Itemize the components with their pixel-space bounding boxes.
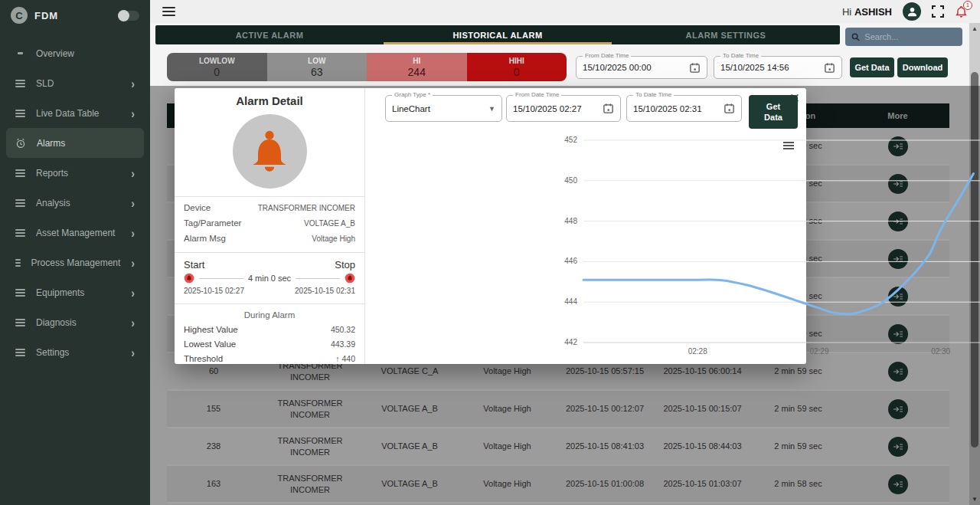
detail-row: Alarm MsgVoltage High bbox=[184, 234, 355, 243]
theme-toggle[interactable] bbox=[118, 11, 139, 21]
during-alarm-title: During Alarm bbox=[184, 310, 355, 320]
chevron-right-icon: › bbox=[131, 76, 135, 90]
avatar[interactable] bbox=[903, 2, 921, 21]
menu-lines-icon bbox=[15, 110, 25, 117]
svg-text:02:29: 02:29 bbox=[809, 347, 828, 356]
menu-lines-icon bbox=[15, 80, 25, 87]
toggle-knob bbox=[118, 10, 129, 21]
to-datetime-label: To Date Time bbox=[720, 52, 761, 59]
graph-type-value: LineChart bbox=[392, 104, 485, 113]
sidebar-header: C FDM bbox=[0, 0, 150, 31]
during-label: Highest Value bbox=[184, 325, 238, 334]
sidebar-item-overview[interactable]: Overview bbox=[6, 38, 144, 68]
alarm-count-cards: LOWLOW0LOW63HI244HIHI0 bbox=[167, 53, 567, 81]
sidebar-item-analysis[interactable]: Analysis› bbox=[6, 188, 144, 218]
sidebar-item-live-data-table[interactable]: Live Data Table› bbox=[6, 98, 144, 128]
app-root: C FDM OverviewSLD›Live Data Table›Alarms… bbox=[0, 0, 980, 505]
chevron-right-icon: › bbox=[131, 106, 135, 120]
search-box bbox=[845, 28, 962, 46]
sidebar-item-process-management[interactable]: Process Management› bbox=[6, 248, 144, 277]
start-bell-icon bbox=[184, 273, 194, 284]
person-icon bbox=[906, 6, 918, 18]
stop-time: 2025-10-15 02:31 bbox=[295, 287, 355, 295]
detail-label: Alarm Msg bbox=[184, 234, 226, 243]
card-value: 63 bbox=[311, 66, 323, 78]
start-time: 2025-10-15 02:27 bbox=[184, 287, 244, 295]
calendar-icon[interactable] bbox=[824, 62, 835, 74]
alarm-detail-dialog: Alarm Detail DeviceTRANSFORMER INCOMERTa… bbox=[175, 88, 806, 364]
start-label: Start bbox=[184, 259, 204, 271]
card-label: LOWLOW bbox=[199, 57, 235, 65]
from-datetime-label: From Date Time bbox=[583, 52, 631, 59]
svg-text:442: 442 bbox=[564, 338, 577, 346]
calendar-icon[interactable] bbox=[689, 62, 701, 74]
sidebar: C FDM OverviewSLD›Live Data Table›Alarms… bbox=[0, 0, 150, 505]
dialog-title: Alarm Detail bbox=[184, 94, 355, 107]
chevron-right-icon: › bbox=[131, 345, 135, 359]
menu-lines-icon bbox=[15, 199, 25, 207]
from-datetime-value: 15/10/2025 00:00 bbox=[583, 63, 689, 72]
card-label: HIHI bbox=[509, 57, 524, 65]
fullscreen-icon[interactable] bbox=[932, 5, 944, 18]
svg-text:446: 446 bbox=[564, 257, 577, 265]
chart-to-label: To Date Time bbox=[633, 91, 674, 98]
sidebar-item-label: Diagnosis bbox=[36, 317, 120, 328]
sidebar-item-diagnosis[interactable]: Diagnosis› bbox=[6, 307, 144, 337]
topbar: Hi ASHISH 1 bbox=[150, 0, 980, 23]
get-data-button[interactable]: Get Data bbox=[850, 57, 894, 77]
scroll-up-icon[interactable]: ▲ bbox=[969, 25, 980, 32]
sidebar-item-sld[interactable]: SLD› bbox=[6, 68, 144, 98]
during-alarm-row: Lowest Value443.39 bbox=[184, 339, 355, 349]
during-value: ↑ 440 bbox=[335, 354, 355, 363]
bell-icon bbox=[247, 128, 292, 175]
tab-active-alarm[interactable]: ACTIVE ALARM bbox=[155, 25, 384, 44]
alarm-count-card-hi: HI244 bbox=[367, 53, 467, 81]
tab-alarm-settings[interactable]: ALARM SETTINGS bbox=[612, 25, 840, 44]
download-button[interactable]: Download bbox=[897, 57, 948, 77]
brand-name: FDM bbox=[34, 10, 111, 21]
sidebar-item-equipments[interactable]: Equipments› bbox=[6, 277, 144, 307]
from-datetime-field[interactable]: From Date Time 15/10/2025 00:00 bbox=[576, 56, 707, 79]
svg-text:02:30: 02:30 bbox=[931, 347, 950, 356]
alarm-count-card-low: LOW63 bbox=[267, 53, 368, 81]
sidebar-item-label: Settings bbox=[36, 347, 120, 358]
sidebar-item-settings[interactable]: Settings› bbox=[6, 337, 144, 367]
during-alarm-row: Highest Value450.32 bbox=[184, 325, 355, 334]
sidebar-item-reports[interactable]: Reports› bbox=[6, 158, 144, 188]
chart-from-datetime-field[interactable]: From Date Time 15/10/2025 02:27 bbox=[506, 95, 621, 122]
calendar-icon[interactable] bbox=[724, 103, 735, 114]
sidebar-item-asset-management[interactable]: Asset Management› bbox=[6, 218, 144, 248]
menu-lines-icon bbox=[15, 169, 25, 177]
chart-get-data-button[interactable]: Get Data bbox=[749, 95, 798, 129]
dash-icon bbox=[15, 52, 25, 54]
sidebar-item-label: Reports bbox=[36, 168, 120, 179]
during-label: Threshold bbox=[184, 354, 223, 363]
during-value: 450.32 bbox=[331, 325, 355, 334]
stop-bell-icon bbox=[345, 273, 355, 284]
alarm-bell-badge bbox=[233, 114, 307, 189]
chevron-right-icon: › bbox=[131, 166, 135, 180]
to-datetime-field[interactable]: To Date Time 15/10/2025 14:56 bbox=[714, 56, 842, 79]
chart-to-value: 15/10/2025 02:31 bbox=[633, 104, 724, 113]
sidebar-item-label: SLD bbox=[36, 78, 120, 89]
menu-hamburger-icon[interactable] bbox=[162, 7, 175, 16]
chart-to-datetime-field[interactable]: To Date Time 15/10/2025 02:31 bbox=[626, 95, 742, 122]
svg-text:450: 450 bbox=[564, 176, 577, 185]
chart-from-value: 15/10/2025 02:27 bbox=[513, 104, 603, 113]
search-input[interactable] bbox=[864, 32, 956, 41]
svg-text:444: 444 bbox=[564, 297, 577, 306]
svg-text:452: 452 bbox=[564, 136, 577, 144]
notification-bell-icon[interactable]: 1 bbox=[955, 5, 968, 18]
menu-lines-icon bbox=[15, 289, 25, 297]
chart-from-label: From Date Time bbox=[513, 91, 561, 98]
sidebar-item-alarms[interactable]: Alarms bbox=[6, 128, 144, 158]
calendar-icon[interactable] bbox=[603, 103, 614, 114]
alarm-duration: 4 min 0 sec bbox=[248, 274, 291, 283]
tab-historical-alarm[interactable]: HISTORICAL ALARM bbox=[384, 25, 612, 44]
card-value: 244 bbox=[408, 66, 426, 78]
chevron-down-icon: ▼ bbox=[488, 105, 495, 113]
alarm-tabs: ACTIVE ALARMHISTORICAL ALARMALARM SETTIN… bbox=[155, 25, 840, 44]
menu-lines-icon bbox=[15, 229, 25, 237]
graph-type-select[interactable]: Graph Type * LineChart ▼ bbox=[385, 95, 502, 122]
sidebar-item-label: Analysis bbox=[36, 198, 120, 208]
